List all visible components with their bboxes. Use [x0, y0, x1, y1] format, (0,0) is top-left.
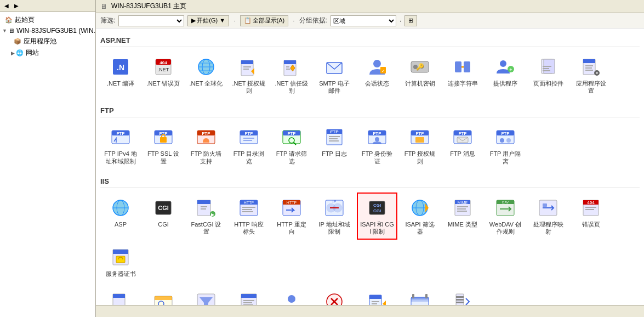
svg-rect-59: [243, 140, 252, 141]
filter-select[interactable]: [118, 15, 184, 26]
item-output-cache[interactable]: 输出缓存: [400, 286, 440, 305]
svg-rect-69: [329, 138, 338, 139]
server-cert-icon: [110, 246, 132, 268]
title-bar: 🖥 WIN-83JSUFG3UB1 主页: [96, 0, 644, 13]
tree-expand-sites[interactable]: ▶: [11, 50, 15, 56]
item-app-settings[interactable]: 应用程序设置: [571, 52, 611, 99]
forward-button[interactable]: ▶: [12, 1, 21, 11]
sidebar-label-home: 起始页: [15, 15, 35, 25]
fastcgi-label: FastCGI 设置: [189, 221, 223, 235]
sidebar-item-home[interactable]: 🏠 起始页: [0, 14, 95, 26]
sidebar-toolbar: ◀ ▶: [0, 0, 95, 12]
item-ftp-msg[interactable]: FTP FTP 消息: [442, 122, 483, 169]
item-net-trust[interactable]: .NET 信任级别: [271, 52, 312, 99]
item-ftp-log[interactable]: FTP FTP 日志: [314, 122, 355, 169]
providers-label: 提供程序: [493, 80, 517, 87]
item-net-error[interactable]: 404 .NET .NET 错误页: [143, 52, 184, 99]
item-net-auth[interactable]: .NET 授权规则: [229, 52, 269, 99]
app-settings-icon: [580, 56, 602, 78]
item-ftp-auth[interactable]: FTP FTP 身份验证: [357, 122, 397, 169]
svg-text:HTTP: HTTP: [244, 201, 254, 205]
svg-rect-102: [242, 207, 255, 208]
item-ftp-dir[interactable]: FTP FTP 目录浏览: [229, 122, 269, 169]
item-webdav[interactable]: DAV WebDAV 创作规则: [485, 193, 526, 240]
item-pages[interactable]: 页面和控件: [528, 52, 568, 99]
sidebar-item-server[interactable]: ▼ 🖥 WIN-83JSUFG3UB1 (WIN...: [0, 26, 95, 36]
svg-rect-37: [543, 70, 550, 71]
show-all-label: 全部显示(A): [253, 16, 285, 25]
item-ftp-firewall[interactable]: FTP FTP 防火墙支持: [186, 122, 226, 169]
authz-rules-icon: [366, 291, 388, 305]
http-headers-icon: HTTP: [238, 197, 260, 219]
ftp-filter-icon: FTP: [281, 126, 303, 148]
item-ftp-ipv4[interactable]: FTP FTP IPv4 地址和域限制: [100, 122, 141, 169]
item-server-cert[interactable]: 服务器证书: [100, 242, 141, 282]
item-default-doc[interactable]: ✓ 默认文档: [100, 286, 141, 305]
item-fail-req[interactable]: 失败请求跟踪规则: [314, 286, 355, 305]
svg-rect-103: [242, 209, 252, 210]
item-cgi[interactable]: CGI CGI: [143, 193, 184, 240]
content-area[interactable]: ASP.NET .N .NET 编译 404 .NET: [96, 29, 644, 305]
ftp-ssl-icon: FTP: [152, 126, 174, 148]
pages-icon: [537, 56, 559, 78]
svg-text:MIME: MIME: [458, 201, 468, 205]
item-ftp-perm[interactable]: FTP FTP 授权规则: [400, 122, 440, 169]
mime-label: MIME 类型: [448, 221, 477, 228]
item-conn-string[interactable]: 连接字符串: [442, 52, 483, 99]
item-machine-key[interactable]: 🔑 计算机密钥: [400, 52, 440, 99]
ftp-iso-icon: FTP: [494, 126, 516, 148]
show-all-button[interactable]: 📋 全部显示(A): [240, 15, 289, 26]
item-session[interactable]: ✓ 会话状态: [357, 52, 397, 99]
item-isapi-cgi[interactable]: CGI CGI ISAPI 和 CGI 限制: [357, 193, 397, 240]
net-compiler-label: .NET 编译: [107, 80, 134, 87]
item-ip-domain[interactable]: IP IP 地址和域限制: [314, 193, 355, 240]
item-fastcgi[interactable]: ▶ FastCGI 设置: [186, 193, 226, 240]
item-req-filter[interactable]: 请求筛选: [186, 286, 226, 305]
item-authz-rules[interactable]: 授权规则: [357, 286, 397, 305]
section-ftp: FTP: [100, 103, 640, 117]
svg-marker-160: [383, 301, 386, 305]
svg-rect-51: [160, 137, 167, 143]
item-ftp-ssl[interactable]: FTP FTP SSL 设置: [143, 122, 184, 169]
net-auth-label: .NET 授权规则: [232, 80, 266, 94]
item-isapi-filter[interactable]: ISAPI 筛选器: [400, 193, 440, 240]
item-http-redirect[interactable]: HTTP HTTP 重定向: [271, 193, 312, 240]
back-button[interactable]: ◀: [2, 1, 11, 11]
main-area: 🖥 WIN-83JSUFG3UB1 主页 筛选: ▶ 开始(G) ▼ · 📋 全…: [96, 0, 644, 317]
item-net-global[interactable]: .NET 全球化: [186, 52, 226, 99]
item-providers[interactable]: + 提供程序: [485, 52, 526, 99]
http-redirect-icon: HTTP: [281, 197, 303, 219]
svg-rect-18: [286, 69, 290, 70]
start-button[interactable]: ▶ 开始(G) ▼: [187, 15, 229, 26]
svg-rect-157: [369, 295, 381, 299]
item-mime[interactable]: MIME MIME 类型: [442, 193, 483, 240]
item-ftp-iso[interactable]: FTP FTP 用户隔离: [485, 122, 526, 169]
view-button[interactable]: ⊞: [404, 15, 417, 26]
svg-rect-162: [411, 299, 429, 302]
item-http-headers[interactable]: HTTP HTTP 响应标头: [229, 193, 269, 240]
sidebar-item-sites[interactable]: ▶ 🌐 网站: [0, 47, 95, 59]
item-smtp[interactable]: SMTP 电子邮件: [314, 52, 355, 99]
item-compress[interactable]: 压缩: [442, 286, 483, 305]
item-handler[interactable]: 处理程序映射: [528, 193, 568, 240]
item-ftp-filter[interactable]: FTP FTP 请求筛选: [271, 122, 312, 169]
item-net-compiler[interactable]: .N .NET 编译: [100, 52, 141, 99]
tree-expand-server[interactable]: ▼: [2, 28, 7, 33]
item-error-pages[interactable]: 404 错误页: [571, 193, 611, 240]
status-bar: [96, 305, 644, 317]
sidebar-item-apppool[interactable]: 📦 应用程序池: [0, 36, 95, 47]
group-select[interactable]: 区域: [330, 15, 396, 26]
item-dir-browse[interactable]: 目录浏览: [143, 286, 184, 305]
start-icon: ▶: [191, 17, 196, 24]
svg-rect-149: [243, 300, 254, 301]
net-global-label: .NET 全球化: [190, 80, 223, 87]
tree-expand-home: [2, 18, 4, 23]
item-logging[interactable]: 日志: [229, 286, 269, 305]
svg-text:FTP: FTP: [244, 131, 253, 136]
providers-icon: +: [494, 56, 516, 78]
item-asp[interactable]: ASP: [100, 193, 141, 240]
sidebar: ◀ ▶ 🏠 起始页 ▼ 🖥 WIN-83JSUFG3UB1 (WIN... 📦 …: [0, 0, 96, 317]
item-auth[interactable]: 身份验证: [271, 286, 312, 305]
http-headers-label: HTTP 响应标头: [232, 221, 266, 235]
svg-rect-150: [243, 302, 252, 303]
